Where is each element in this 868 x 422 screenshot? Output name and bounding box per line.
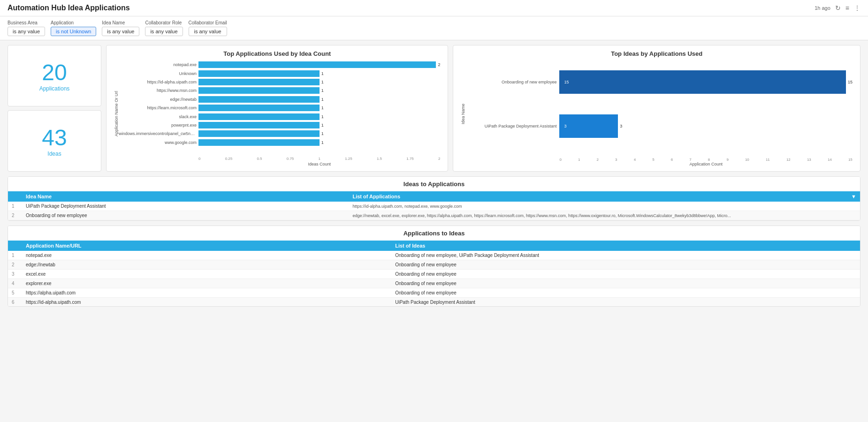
col-num — [8, 191, 22, 202]
filter-btn-2[interactable]: is any value — [102, 27, 139, 36]
bar-val-6: 1 — [321, 114, 324, 119]
hbar-x-tick-12: 12 — [786, 158, 791, 162]
top-apps-x-label: Ideas Count — [119, 162, 440, 166]
hbar-x-tick-5: 5 — [652, 158, 654, 162]
hbar-row-1: UiPath Package Deployment Assistant33 — [465, 105, 853, 147]
row-idea: Onboarding of new employee — [22, 211, 349, 220]
filter-label-3: Collaborator Role — [145, 20, 183, 25]
top-ideas-x-axis: 0123456789101112131415 — [465, 158, 853, 162]
app-row-app: excel.exe — [22, 270, 391, 279]
bar-row-1: Unknown1 — [119, 69, 440, 77]
bar-row-5: https://learn.microsoft.com1 — [119, 104, 440, 112]
bar-fill-1 — [198, 70, 320, 77]
bar-row-4: edge://newtab1 — [119, 96, 440, 103]
hbar-x-tick-13: 13 — [807, 158, 811, 162]
top-ideas-chart-panel: Top Ideas by Applications Used Idea Name… — [453, 45, 860, 172]
refresh-icon[interactable]: ↻ — [835, 4, 841, 12]
x-tick-7: 1.75 — [406, 157, 414, 161]
top-ideas-x-label: Application Count — [465, 162, 853, 166]
top-ideas-bars: Onboarding of new employee1515UiPath Pac… — [465, 61, 853, 157]
filter-group-1: Applicationis not Unknown — [51, 20, 96, 36]
ideas-to-apps-section: Ideas to Applications Idea Name List of … — [8, 176, 860, 221]
last-updated: 1h ago — [815, 5, 830, 11]
bar-label-3: https://www.msn.com — [119, 88, 198, 93]
main-content: 20Applications43Ideas Top Applications U… — [0, 40, 868, 311]
bar-track-5: 1 — [198, 105, 440, 111]
apps-to-ideas-scroll[interactable]: Application Name/URL List of Ideas 1 not… — [8, 241, 860, 306]
bar-track-6: 1 — [198, 113, 440, 120]
apps-row-0: 1 notepad.exe Onboarding of new employee… — [8, 251, 860, 260]
kpi-number-0: 20 — [42, 60, 67, 85]
bar-track-0: 2 — [198, 61, 440, 68]
bar-val-3: 1 — [321, 88, 324, 93]
hbar-x-tick-9: 9 — [726, 158, 728, 162]
filter-label-1: Application — [51, 20, 96, 25]
app-row-num: 6 — [8, 298, 22, 307]
x-tick-0: 0 — [198, 157, 200, 161]
hbar-val-0: 15 — [561, 80, 569, 84]
bar-fill-5 — [198, 105, 320, 111]
bar-row-8: windows.immersivecontrolpanel_cw5n1h2txy… — [119, 130, 440, 137]
hbar-x-tick-10: 10 — [745, 158, 749, 162]
apps-row-1: 2 edge://newtab Onboarding of new employ… — [8, 260, 860, 270]
app-row-num: 3 — [8, 270, 22, 279]
bar-label-5: https://learn.microsoft.com — [119, 106, 198, 110]
apps-to-ideas-title: Applications to Ideas — [8, 226, 860, 241]
hbar-track-0: 1515 — [559, 70, 853, 94]
ideas-to-apps-table: Idea Name List of Applications ▼ 1 UiPat… — [8, 191, 860, 220]
kpi-number-1: 43 — [42, 125, 67, 151]
filter-btn-1[interactable]: is not Unknown — [51, 27, 96, 36]
bar-label-2: https://id-alpha.uipath.com — [119, 80, 198, 84]
x-tick-1: 0.25 — [225, 157, 233, 161]
app-row-app: explorer.exe — [22, 279, 391, 288]
more-icon[interactable]: ⋮ — [854, 4, 860, 12]
filter-icon[interactable]: ≡ — [845, 4, 849, 12]
hbar-fill-1: 3 — [559, 114, 618, 138]
apps-to-ideas-table: Application Name/URL List of Ideas 1 not… — [8, 241, 860, 306]
app-row-app: https://alpha.uipath.com — [22, 288, 391, 298]
filter-btn-0[interactable]: is any value — [8, 27, 45, 36]
top-ideas-chart-title: Top Ideas by Applications Used — [461, 50, 853, 57]
filter-btn-3[interactable]: is any value — [145, 27, 183, 36]
hbar-label-1: UiPath Package Deployment Assistant — [465, 124, 559, 128]
apps-to-ideas-section: Applications to Ideas Application Name/U… — [8, 226, 860, 307]
x-tick-4: 1 — [318, 157, 320, 161]
ideas-row-0: 1 UiPath Package Deployment Assistant ht… — [8, 202, 860, 211]
row-apps: https://id-alpha.uipath.com, notepad.exe… — [349, 202, 860, 211]
x-tick-8: 2 — [438, 157, 440, 161]
dropdown-icon[interactable]: ▼ — [851, 194, 856, 199]
hbar-label-0: Onboarding of new employee — [465, 80, 559, 84]
top-bar-actions: 1h ago ↻ ≡ ⋮ — [815, 4, 860, 12]
bar-fill-6 — [198, 113, 320, 120]
bar-val-9: 1 — [321, 140, 324, 145]
bar-val-0: 2 — [438, 62, 440, 67]
bar-label-4: edge://newtab — [119, 97, 198, 102]
filter-btn-4[interactable]: is any value — [189, 27, 227, 36]
bar-label-7: powerpnt.exe — [119, 123, 198, 128]
bar-track-1: 1 — [198, 70, 440, 77]
app-row-app: edge://newtab — [22, 260, 391, 270]
kpi-card-1: 43Ideas — [8, 110, 101, 172]
apps-row-4: 5 https://alpha.uipath.com Onboarding of… — [8, 288, 860, 298]
bar-row-3: https://www.msn.com1 — [119, 87, 440, 94]
filter-group-0: Business Areais any value — [8, 20, 45, 36]
bar-track-4: 1 — [198, 96, 440, 103]
bar-val-4: 1 — [321, 97, 324, 102]
col-list-apps: List of Applications ▼ — [349, 191, 860, 202]
bar-label-8: windows.immersivecontrolpanel_cw5n1h2txy… — [119, 131, 198, 136]
hbar-x-tick-4: 4 — [634, 158, 636, 162]
bar-fill-3 — [198, 87, 320, 94]
bar-fill-4 — [198, 96, 320, 103]
top-apps-y-axis-label: Application Name Or Url — [114, 61, 119, 166]
hbar-x-tick-2: 2 — [597, 158, 599, 162]
app-row-ideas: Onboarding of new employee — [391, 260, 860, 270]
hbar-track-1: 33 — [559, 114, 853, 138]
top-ideas-y-axis-label: Idea Name — [461, 61, 465, 166]
ideas-row-1: 2 Onboarding of new employee edge://newt… — [8, 211, 860, 220]
bar-val-5: 1 — [321, 106, 324, 110]
bar-fill-7 — [198, 122, 320, 128]
bar-label-9: www.google.com — [119, 140, 198, 145]
hbar-x-tick-7: 7 — [689, 158, 691, 162]
bar-label-6: slack.exe — [119, 114, 198, 119]
bar-val-1: 1 — [321, 71, 324, 76]
